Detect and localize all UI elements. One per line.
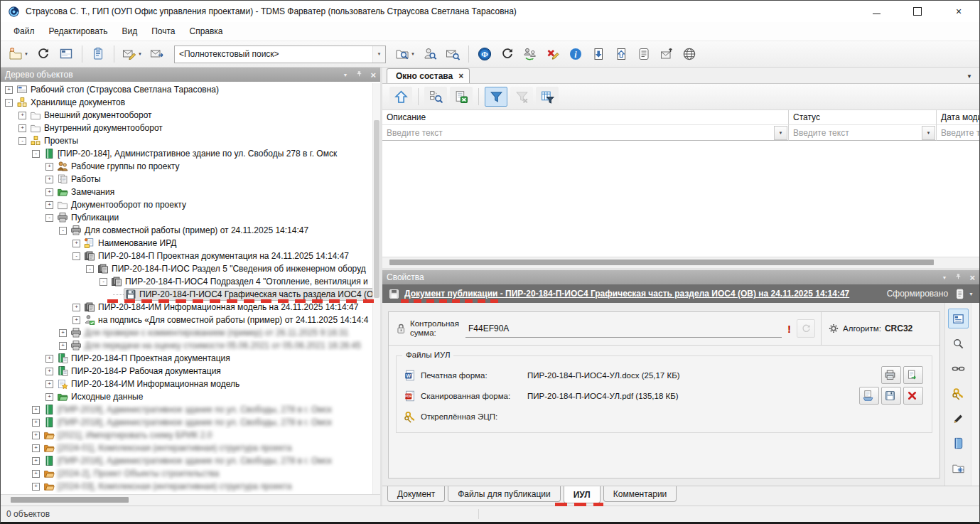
tree-node[interactable]: на подпись «Для совместной работы (приме…: [83, 314, 370, 326]
tree-node[interactable]: Внешний документооборот: [29, 109, 154, 121]
tab-иул[interactable]: ИУЛ: [564, 486, 601, 503]
tree-expander[interactable]: +: [45, 188, 53, 196]
user-swap-button[interactable]: [519, 44, 541, 64]
panel-menu-icon[interactable]: ▼: [343, 73, 348, 77]
tree-node[interactable]: Рабочие группы по проекту: [56, 161, 181, 172]
tree-expander[interactable]: -: [99, 278, 107, 286]
tree-node[interactable]: ПИР-20-184-П-ИОС4 Подраздел 4 "Отопление…: [110, 276, 370, 287]
clipboard-button[interactable]: [87, 44, 109, 64]
file-row-value[interactable]: ПИР-20-184-П-ИОС4-УЛ.docx (25,17 КБ): [527, 371, 881, 380]
grid-body[interactable]: [382, 141, 979, 257]
history-log-icon[interactable]: [954, 288, 966, 300]
maximize-button[interactable]: [897, 1, 938, 22]
menu-item-почта[interactable]: Почта: [144, 23, 182, 39]
grid-horizontal-scrollbar[interactable]: [382, 257, 979, 268]
filter-button[interactable]: [485, 87, 507, 107]
dropdown-caret-icon[interactable]: ▼: [138, 52, 142, 56]
tree-node[interactable]: Наименование ИРД: [83, 237, 178, 249]
tree-item[interactable]: +Наименование ИРД: [1, 237, 380, 250]
tree-node[interactable]: [ПИР-2016], Административное здание по у…: [43, 455, 334, 466]
refresh-button[interactable]: [33, 44, 54, 64]
tree-item[interactable]: +Внешний документооборот: [1, 109, 380, 122]
checksum-input[interactable]: [465, 324, 782, 333]
tree-node[interactable]: [2024-03], Комплексная (интерактивная) с…: [43, 481, 294, 492]
menu-item-редактировать[interactable]: Редактировать: [42, 23, 115, 39]
tree-node[interactable]: Публикации: [56, 212, 121, 223]
column-header[interactable]: Статус: [789, 110, 937, 125]
tree-item[interactable]: +ПИР-20-184-ИМ Информационная модель на …: [1, 301, 380, 314]
tree-item[interactable]: -Для совместной работы (пример) от 24.11…: [1, 224, 380, 237]
tree-expander[interactable]: -: [18, 137, 26, 145]
panel-menu-icon[interactable]: ▼: [942, 275, 947, 280]
tree-node[interactable]: ПИР-20-184-П-ИОС Раздел 5 "Сведения об и…: [97, 263, 368, 274]
tree-item[interactable]: +[2024-2], Проект Объекты строительства: [1, 467, 380, 480]
tree-item[interactable]: +[2024-01], Комплексная (интерактивная) …: [1, 442, 380, 454]
tree-expander[interactable]: -: [45, 214, 53, 222]
tree-node[interactable]: Хранилище документов: [16, 97, 127, 108]
column-header[interactable]: Дата модификации: [937, 110, 979, 125]
tree-node[interactable]: Рабочий стол (Страусова Светлана Тарасов…: [16, 84, 221, 95]
column-header[interactable]: Описание: [382, 110, 789, 125]
tree-item[interactable]: +Для передачи на оценку стоимости 05.06.…: [1, 339, 380, 352]
tree-item[interactable]: +[ПИР-2019], Административное здание по …: [1, 403, 380, 416]
books-rail-button[interactable]: [948, 433, 969, 453]
tree-item[interactable]: +[ПИР-2016], Административное здание по …: [1, 454, 380, 467]
tree-item[interactable]: -[ПИР-20-184], Административное здание п…: [1, 147, 380, 160]
tree-item[interactable]: +[2021], Импортировать схему БРИК 2.0: [1, 429, 380, 442]
tab-close-icon[interactable]: ×: [458, 71, 463, 81]
tree-node[interactable]: Исходные данные: [56, 391, 145, 402]
fulltext-search-combo[interactable]: ▼: [174, 46, 386, 63]
tree-vertical-scrollbar[interactable]: [372, 83, 380, 494]
tree-expander[interactable]: +: [32, 432, 40, 439]
user-search-button[interactable]: [419, 44, 441, 64]
properties-vertical-scrollbar[interactable]: [971, 303, 979, 486]
tree-item[interactable]: ПИР-20-184-П-ИОС4 Графическая часть разд…: [1, 288, 380, 301]
magnifier-rail-button[interactable]: [948, 333, 969, 353]
file-row-value[interactable]: ПИР-20-184-П-ИОС4-УЛ.pdf (135,18 КБ): [527, 392, 859, 400]
tree-expander[interactable]: +: [45, 176, 53, 183]
tree-node[interactable]: [ПИР-20-184], Административное здание по…: [43, 148, 339, 159]
up-nav-button[interactable]: [389, 87, 412, 107]
filter-dropdown-icon[interactable]: ▼: [774, 126, 787, 140]
tree-node[interactable]: ПИР-20-184-ИМ Информационная модель: [56, 378, 242, 390]
tree-expander[interactable]: -: [86, 265, 94, 273]
tree-expander[interactable]: +: [59, 342, 67, 350]
tree-expander[interactable]: +: [45, 380, 53, 388]
column-filter[interactable]: Введите текст▼: [937, 125, 979, 141]
tree-item[interactable]: +ПИР-20-184-Р Рабочая документация: [1, 365, 380, 378]
tree-expander[interactable]: +: [45, 355, 53, 363]
filter-clear-button[interactable]: [510, 87, 533, 107]
mail-edit-button[interactable]: ▼: [119, 44, 145, 64]
tree-node[interactable]: Документооборот по проекту: [56, 199, 188, 210]
tree-expander[interactable]: +: [45, 163, 53, 171]
tab-файлы-для-публикации[interactable]: Файлы для публикации: [448, 486, 560, 502]
menu-item-вид[interactable]: Вид: [114, 23, 144, 39]
mail-send-button[interactable]: [656, 44, 677, 64]
tree-node[interactable]: Для совместной работы (пример) от 24.11.…: [70, 225, 311, 236]
form-card-rail-button[interactable]: [948, 309, 969, 328]
pen-rail-button[interactable]: [948, 408, 969, 428]
folder-search-button[interactable]: ▼: [392, 44, 418, 64]
combo-dropdown-icon[interactable]: ▼: [372, 46, 385, 63]
menu-item-файл[interactable]: Файл: [6, 23, 42, 39]
tree-item[interactable]: +[ПИР-2018], Административное здание по …: [1, 416, 380, 429]
tree-item[interactable]: +ПИР-20-184-ИМ Информационная модель: [1, 378, 380, 390]
column-filter[interactable]: Введите текст▼: [789, 125, 937, 141]
dropdown-caret-icon[interactable]: ▼: [24, 52, 28, 56]
close-panel-icon[interactable]: ×: [370, 70, 376, 80]
scan-button[interactable]: [859, 387, 879, 405]
tree-expander[interactable]: +: [5, 86, 13, 94]
folder-gear-rail-button[interactable]: [948, 458, 969, 478]
delete-button[interactable]: [903, 387, 923, 405]
tree-node[interactable]: Для проверки с комментированием (пример)…: [70, 327, 351, 338]
recalculate-checksum-button[interactable]: [797, 319, 815, 338]
tree-item[interactable]: -ПИР-20-184-П-ИОС4 Подраздел 4 "Отоплени…: [1, 275, 380, 288]
tree-search-button[interactable]: [424, 87, 447, 107]
tree-node[interactable]: [2024-2], Проект Объекты строительства: [43, 468, 221, 479]
column-filter[interactable]: Введите текст▼: [382, 125, 789, 141]
logo-button[interactable]: Ф: [474, 44, 495, 64]
doc-up-button[interactable]: [610, 44, 632, 64]
close-button[interactable]: ×: [938, 1, 979, 22]
refresh-button[interactable]: [497, 44, 518, 64]
tree-item[interactable]: +Исходные данные: [1, 390, 380, 403]
